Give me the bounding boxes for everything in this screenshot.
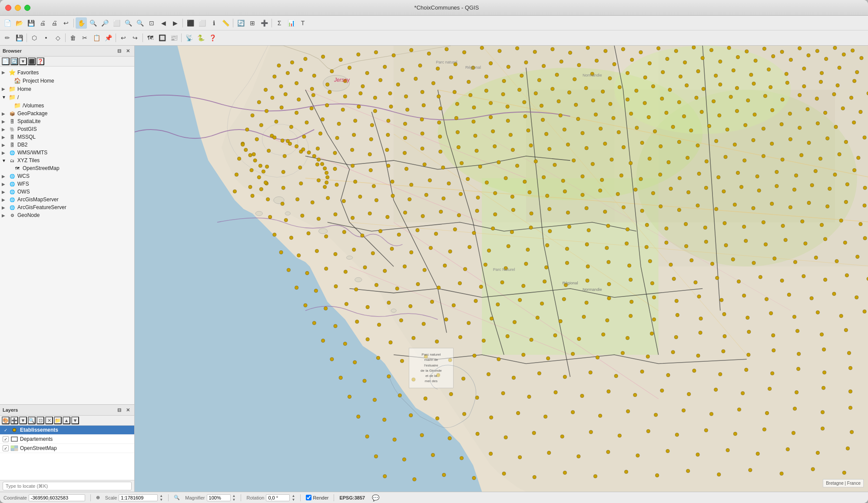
render-checkbox-area[interactable]: Render <box>306 495 328 500</box>
zoom-selection-button[interactable]: 🔍 <box>123 17 134 29</box>
render-checkbox[interactable] <box>306 495 311 500</box>
rotation-input[interactable] <box>266 494 290 501</box>
gps-button[interactable]: 📡 <box>183 32 195 43</box>
layer-toggle-button[interactable]: 🔲 <box>156 32 168 43</box>
zoom-next-button[interactable]: ▶ <box>169 17 181 29</box>
add-point-button[interactable]: • <box>40 32 52 43</box>
tree-item-wfs[interactable]: ▶ 🌐 WFS <box>0 180 134 188</box>
rotation-spin[interactable]: ▲ ▼ <box>292 494 295 502</box>
browser-panel-close[interactable]: ✕ <box>124 47 132 55</box>
layer-filter-button[interactable]: ▼ <box>19 416 27 424</box>
messages-icon[interactable]: 💬 <box>372 494 379 501</box>
layer-check-departements[interactable]: ✓ <box>3 436 9 442</box>
zoom-out-button[interactable]: 🔎 <box>99 17 110 29</box>
label-button[interactable]: T <box>297 17 308 29</box>
tree-item-postgis[interactable]: ▶ 🐘 PostGIS <box>0 125 134 133</box>
layers-panel-close[interactable]: ✕ <box>124 406 132 414</box>
locator-input[interactable] <box>3 482 132 490</box>
layer-down-button[interactable]: ▼ <box>71 416 79 424</box>
new-project-button[interactable]: 📄 <box>2 17 13 29</box>
map-area[interactable]: Jersey Parc naturel marin de l'estuaire … <box>135 46 868 492</box>
print-button[interactable]: 🖨 <box>49 17 60 29</box>
tree-item-project-home[interactable]: ▶ 🏠 Project Home <box>0 77 134 85</box>
paste-button[interactable]: 📌 <box>103 32 114 43</box>
tree-item-geonode[interactable]: ▶ ⚙ GeoNode <box>0 211 134 219</box>
measure-button[interactable]: 📏 <box>220 17 231 29</box>
tree-item-volumes[interactable]: ▶ 📁 /Volumes <box>0 101 134 110</box>
tree-item-wcs[interactable]: ▶ 🌐 WCS <box>0 172 134 180</box>
layer-check-openstreetmap[interactable]: ✓ <box>3 445 9 451</box>
tree-item-geopackage[interactable]: ▶ 📦 GeoPackage <box>0 110 134 117</box>
layer-group-button[interactable]: 📁 <box>54 416 62 424</box>
maximize-button[interactable] <box>24 5 30 11</box>
zoom-full-button[interactable]: ⊡ <box>146 17 157 29</box>
edit-button[interactable]: ✏ <box>2 32 13 43</box>
close-button[interactable] <box>5 5 11 11</box>
layer-check-etablissements[interactable]: ✓ <box>3 427 9 433</box>
scale-spin[interactable]: ▲ ▼ <box>159 494 163 502</box>
layer-item-etablissements[interactable]: ✓ Etablissements <box>0 426 134 435</box>
layer-filter2-button[interactable]: 🔍 <box>28 416 36 424</box>
magnifier-spin[interactable]: ▲ ▼ <box>232 494 236 502</box>
layer-zoom-button[interactable]: ⊡ <box>36 416 44 424</box>
zoom-in-button[interactable]: 🔍 <box>87 17 99 29</box>
layer-remove-button[interactable]: ✕ <box>45 416 53 424</box>
zoom-layer-button[interactable]: 🔍 <box>134 17 146 29</box>
pan-button[interactable]: ✋ <box>76 17 87 29</box>
layout-button[interactable]: 📰 <box>168 32 179 43</box>
tree-item-wms-wmts[interactable]: ▶ 🌐 WMS/WMTS <box>0 149 134 157</box>
tree-item-db2[interactable]: ▶ 🗄 DB2 <box>0 141 134 149</box>
copy-button[interactable]: 📋 <box>91 32 102 43</box>
tree-item-root[interactable]: ▼ 📁 / <box>0 93 134 101</box>
tree-item-openstreetmap[interactable]: ▶ 🗺 OpenStreetMap <box>0 164 134 172</box>
field-calc-button[interactable]: Σ <box>274 17 285 29</box>
coordinate-input[interactable] <box>29 494 85 501</box>
delete-button[interactable]: 🗑 <box>67 32 79 43</box>
save-project-button[interactable]: 💾 <box>25 17 36 29</box>
browser-filter-button[interactable]: ▼ <box>19 57 27 65</box>
scale-input[interactable] <box>119 494 158 501</box>
save-edits-button[interactable]: 💾 <box>13 32 25 43</box>
add-layer-button[interactable]: ➕ <box>258 17 270 29</box>
redo-edit-button[interactable]: ↪ <box>129 32 141 43</box>
browser-panel-float[interactable]: ⊟ <box>115 47 123 55</box>
save-as-button[interactable]: 🖨 <box>37 17 48 29</box>
cut-button[interactable]: ✂ <box>79 32 90 43</box>
undo-edit-button[interactable]: ↩ <box>118 32 129 43</box>
undo-button[interactable]: ↩ <box>60 17 72 29</box>
digitize-button[interactable]: ⬡ <box>29 32 40 43</box>
magnifier-input[interactable] <box>207 494 231 501</box>
layer-item-openstreetmap[interactable]: ✓ OpenStreetMap <box>0 444 134 453</box>
zoom-prev-button[interactable]: ◀ <box>158 17 169 29</box>
tree-item-favorites[interactable]: ▶ ⭐ Favorites <box>0 68 134 77</box>
layer-open-button[interactable]: 🎨 <box>2 416 10 424</box>
browser-add-button[interactable]: 📄 <box>2 57 10 65</box>
stat-button[interactable]: 📊 <box>285 17 297 29</box>
tree-item-xyz-tiles[interactable]: ▼ 🗂 XYZ Tiles <box>0 157 134 164</box>
layer-item-departements[interactable]: ✓ Departements <box>0 435 134 444</box>
browser-collapse-button[interactable]: ⬛ <box>28 57 36 65</box>
zoom-rubber-button[interactable]: ⬜ <box>111 17 122 29</box>
python-button[interactable]: 🐍 <box>195 32 206 43</box>
select-button[interactable]: ⬛ <box>185 17 196 29</box>
open-project-button[interactable]: 📂 <box>13 17 25 29</box>
tree-item-mssql[interactable]: ▶ 🗄 MSSQL <box>0 133 134 141</box>
tree-item-ows[interactable]: ▶ 🌐 OWS <box>0 188 134 196</box>
minimize-button[interactable] <box>15 5 21 11</box>
browser-help-button[interactable]: ❓ <box>36 57 44 65</box>
tree-item-arcgis-featureserver[interactable]: ▶ 🌐 ArcGisFeatureServer <box>0 203 134 211</box>
layer-up-button[interactable]: ▲ <box>63 416 70 424</box>
layers-panel-float[interactable]: ⊟ <box>115 406 123 414</box>
tree-item-spatialite[interactable]: ▶ 🗄 SpatiaLite <box>0 117 134 125</box>
help-button[interactable]: ❓ <box>207 32 218 43</box>
tree-item-arcgis-mapserver[interactable]: ▶ 🌐 ArcGisMapServer <box>0 196 134 203</box>
tree-item-home[interactable]: ▶ 📁 Home <box>0 85 134 93</box>
identify-button[interactable]: ℹ <box>208 17 219 29</box>
refresh-button[interactable]: 🔄 <box>235 17 246 29</box>
browser-refresh-button[interactable]: 🔄 <box>10 57 18 65</box>
tile-button[interactable]: ⊞ <box>247 17 258 29</box>
deselect-button[interactable]: ⬜ <box>196 17 208 29</box>
layer-add-button[interactable]: ➕ <box>10 416 18 424</box>
osm-button[interactable]: 🗺 <box>145 32 156 43</box>
vertex-button[interactable]: ◇ <box>52 32 63 43</box>
